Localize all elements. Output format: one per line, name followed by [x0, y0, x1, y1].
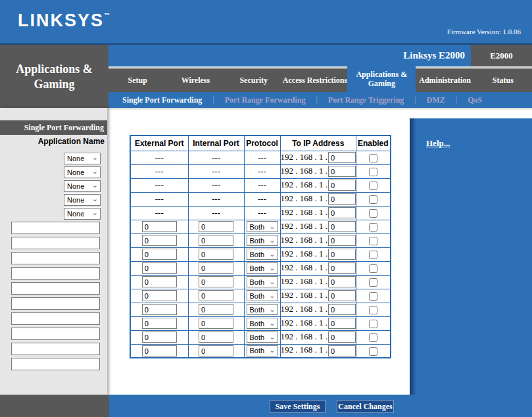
internal-port-input[interactable] — [199, 331, 233, 343]
protocol-value: --- — [244, 178, 280, 192]
external-port-input[interactable] — [142, 235, 177, 246]
protocol-select[interactable]: Both — [247, 235, 278, 246]
ip-octet-input[interactable] — [328, 331, 356, 343]
ip-octet-input[interactable] — [328, 166, 356, 177]
application-name-input[interactable] — [11, 328, 100, 340]
subnav-item-port-range-forwarding[interactable]: Port Range Forwarding — [225, 95, 306, 105]
internal-port-input[interactable] — [199, 290, 233, 301]
application-name-select[interactable]: None — [64, 153, 101, 164]
external-port-input[interactable] — [142, 290, 177, 301]
ip-octet-input[interactable] — [328, 276, 356, 287]
protocol-select[interactable]: Both — [247, 290, 278, 301]
external-port-input[interactable] — [142, 276, 177, 287]
ip-octet-input[interactable] — [328, 318, 356, 329]
internal-port-cell — [188, 220, 244, 233]
protocol-select[interactable]: Both — [247, 345, 278, 356]
to-ip-address-cell: 192 . 168 . 1 . — [280, 164, 356, 178]
enabled-checkbox[interactable] — [369, 320, 377, 328]
application-name-input[interactable] — [11, 297, 100, 310]
internal-port-input[interactable] — [199, 235, 233, 246]
internal-port-input[interactable] — [199, 221, 233, 232]
application-name-input[interactable] — [11, 282, 100, 295]
subnav-item-dmz[interactable]: DMZ — [427, 95, 445, 105]
application-name-select[interactable]: None — [64, 166, 101, 178]
tab-applications-gaming[interactable]: Applications & Gaming — [347, 66, 416, 92]
device-name-bar: Linksys E2000 — [109, 45, 471, 66]
protocol-select[interactable]: Both — [247, 249, 278, 260]
enabled-checkbox[interactable] — [369, 251, 377, 259]
application-name-input[interactable] — [11, 343, 100, 355]
internal-port-input[interactable] — [199, 318, 233, 329]
application-name-input[interactable] — [11, 222, 100, 234]
enabled-checkbox[interactable] — [369, 237, 377, 245]
enabled-checkbox[interactable] — [369, 306, 377, 314]
protocol-select[interactable]: Both — [247, 331, 278, 343]
ip-octet-input[interactable] — [328, 152, 356, 163]
ip-octet-input[interactable] — [328, 235, 356, 246]
ip-octet-input[interactable] — [328, 207, 356, 218]
help-link[interactable]: Help... — [426, 138, 450, 148]
internal-port-input[interactable] — [199, 276, 233, 287]
tab-security[interactable]: Security — [225, 69, 283, 92]
application-name-input[interactable] — [11, 252, 100, 264]
ip-octet-input[interactable] — [328, 262, 356, 274]
subnav-item-port-range-triggering[interactable]: Port Range Triggering — [328, 95, 404, 105]
internal-port-input[interactable] — [199, 345, 233, 356]
protocol-select[interactable]: Both — [247, 304, 278, 315]
column-header-external-port: External Port — [130, 135, 188, 151]
tab-setup[interactable]: Setup — [109, 69, 166, 92]
subnav-item-single-port-forwarding[interactable]: Single Port Forwarding — [122, 95, 202, 105]
internal-port-input[interactable] — [199, 304, 233, 315]
external-port-input[interactable] — [142, 262, 177, 274]
ip-octet-input[interactable] — [328, 290, 356, 301]
enabled-checkbox[interactable] — [369, 264, 377, 273]
application-name-input[interactable] — [11, 312, 100, 325]
to-ip-address-cell: 192 . 168 . 1 . — [280, 220, 356, 233]
ip-octet-input[interactable] — [328, 304, 356, 315]
protocol-select[interactable]: Both — [247, 318, 278, 329]
internal-port-input[interactable] — [199, 249, 233, 260]
ip-octet-input[interactable] — [328, 180, 356, 191]
enabled-checkbox[interactable] — [369, 209, 377, 218]
external-port-input[interactable] — [142, 304, 177, 315]
application-name-input[interactable] — [11, 267, 100, 280]
tab-access-restrictions[interactable]: Access Restrictions — [283, 69, 347, 92]
protocol-select[interactable]: Both — [247, 221, 278, 232]
ip-octet-input[interactable] — [328, 221, 356, 232]
sidebar-section-title: Single Port Forwarding — [0, 120, 107, 135]
protocol-select[interactable]: Both — [247, 276, 278, 287]
application-name-input[interactable] — [11, 358, 100, 370]
enabled-checkbox[interactable] — [369, 333, 377, 342]
cancel-changes-button[interactable]: Cancel Changes — [337, 400, 394, 413]
ip-octet-input[interactable] — [328, 249, 356, 260]
internal-value: --- — [188, 206, 244, 220]
external-port-input[interactable] — [142, 318, 177, 329]
tab-administration[interactable]: Administration — [416, 69, 473, 92]
enabled-checkbox[interactable] — [369, 347, 377, 356]
enabled-checkbox[interactable] — [369, 278, 377, 287]
save-settings-button[interactable]: Save Settings — [270, 400, 326, 413]
external-port-input[interactable] — [142, 221, 177, 232]
subnav-item-qos[interactable]: QoS — [468, 95, 482, 105]
table-row: Both⌄192 . 168 . 1 . — [130, 275, 391, 289]
tab-status[interactable]: Status — [474, 69, 532, 92]
external-port-input[interactable] — [142, 249, 177, 260]
internal-port-input[interactable] — [199, 262, 233, 274]
enabled-checkbox[interactable] — [369, 195, 377, 204]
ip-octet-input[interactable] — [328, 193, 356, 205]
ip-octet-input[interactable] — [328, 345, 356, 356]
external-port-input[interactable] — [142, 331, 177, 343]
protocol-select[interactable]: Both — [247, 262, 278, 274]
tab-wireless[interactable]: Wireless — [166, 69, 224, 92]
external-port-input[interactable] — [142, 345, 177, 356]
application-name-input[interactable] — [11, 237, 100, 249]
application-name-select[interactable]: None — [64, 194, 101, 206]
application-name-select[interactable]: None — [64, 180, 101, 192]
enabled-checkbox[interactable] — [369, 168, 377, 176]
internal-port-cell — [188, 330, 244, 344]
enabled-checkbox[interactable] — [369, 292, 377, 301]
enabled-checkbox[interactable] — [369, 154, 377, 162]
application-name-select[interactable]: None — [64, 208, 101, 220]
enabled-checkbox[interactable] — [369, 182, 377, 190]
enabled-checkbox[interactable] — [369, 223, 377, 232]
